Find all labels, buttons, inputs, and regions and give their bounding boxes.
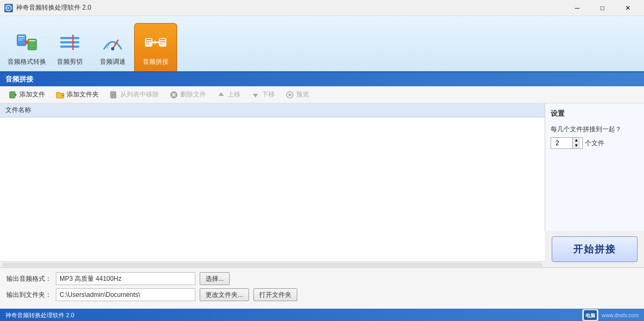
toolbar: 音频格式转换 音频剪切 音频调速 <box>0 16 644 72</box>
svg-text:电脑: 电脑 <box>586 312 595 318</box>
preview-button[interactable]: 预览 <box>281 88 313 101</box>
svg-rect-16 <box>146 39 151 40</box>
right-panel: 设置 每几个文件拼接到一起？ 2 ▲ ▼ 个文件 开始拼接 <box>545 103 644 267</box>
content-wrapper: 文件名称 设置 每几个文件拼接到一起？ 2 ▲ ▼ 个文件 开始拼接 <box>0 103 644 267</box>
spinner-up[interactable]: ▲ <box>573 138 580 143</box>
svg-marker-34 <box>253 94 258 98</box>
files-per-group-value: 2 <box>553 139 572 147</box>
tab-cut[interactable]: 音频剪切 <box>48 23 91 71</box>
status-logo: 电脑 www.dnxtv.com <box>582 309 639 321</box>
preview-label: 预览 <box>296 90 309 99</box>
add-file-icon <box>9 91 17 99</box>
file-list-scrollbar[interactable] <box>0 261 545 267</box>
svg-point-14 <box>111 47 114 50</box>
move-up-label: 上移 <box>228 90 240 99</box>
maximize-button[interactable]: □ <box>590 1 614 14</box>
svg-rect-17 <box>146 41 151 42</box>
add-file-button[interactable]: 添加文件 <box>4 88 49 101</box>
file-list-header: 文件名称 <box>0 103 545 117</box>
file-list-container: 文件名称 <box>0 103 545 267</box>
settings-title: 设置 <box>551 109 639 118</box>
output-format-row: 输出音频格式： 选择... <box>6 272 638 285</box>
output-folder-row: 输出到文件夹： 更改文件夹... 打开文件夹 <box>6 288 638 301</box>
remove-from-list-label: 从列表中移除 <box>120 90 159 99</box>
spinner-buttons: ▲ ▼ <box>572 138 580 148</box>
delete-file-button[interactable]: 删除文件 <box>165 88 210 101</box>
svg-rect-22 <box>160 43 164 44</box>
choose-format-button[interactable]: 选择... <box>200 272 230 285</box>
spinner-down[interactable]: ▼ <box>573 143 580 148</box>
output-format-input[interactable] <box>56 272 195 285</box>
title-controls: ─ □ ✕ <box>565 1 640 14</box>
app-icon <box>4 4 13 12</box>
start-button-area: 开始拼接 <box>545 231 644 267</box>
cut-icon <box>57 29 83 55</box>
app-title: 神奇音频转换处理软件 2.0 <box>16 3 91 12</box>
format-convert-icon <box>14 29 40 55</box>
preview-icon <box>286 91 294 99</box>
add-folder-button[interactable]: 添加文件夹 <box>52 88 103 101</box>
change-folder-button[interactable]: 更改文件夹... <box>200 288 249 301</box>
remove-from-list-button[interactable]: 从列表中移除 <box>105 88 163 101</box>
status-text: 神奇音频转换处理软件 2.0 <box>5 311 74 319</box>
tab-speed[interactable]: 音频调速 <box>91 23 134 71</box>
title-bar-left: 神奇音频转换处理软件 2.0 <box>4 3 91 12</box>
delete-file-label: 删除文件 <box>180 90 206 99</box>
title-bar: 神奇音频转换处理软件 2.0 ─ □ ✕ <box>0 0 644 16</box>
svg-marker-33 <box>218 92 224 96</box>
svg-rect-7 <box>60 37 79 39</box>
settings-unit: 个文件 <box>585 139 604 148</box>
tab-format-label: 音频格式转换 <box>8 57 46 66</box>
output-format-label: 输出音频格式： <box>6 274 52 283</box>
svg-marker-12 <box>72 48 74 50</box>
svg-marker-36 <box>289 93 292 96</box>
add-file-label: 添加文件 <box>19 90 45 99</box>
move-down-button[interactable]: 下移 <box>247 88 279 101</box>
tab-cut-label: 音频剪切 <box>57 57 83 66</box>
settings-panel: 设置 每几个文件拼接到一起？ 2 ▲ ▼ 个文件 <box>545 103 644 231</box>
move-up-icon <box>217 91 225 99</box>
speed-icon <box>100 29 126 55</box>
section-title: 音频拼接 <box>5 75 33 83</box>
add-folder-icon <box>56 91 64 99</box>
svg-rect-20 <box>160 39 165 40</box>
svg-marker-11 <box>72 35 74 37</box>
move-down-label: 下移 <box>262 90 275 99</box>
close-button[interactable]: ✕ <box>616 1 640 14</box>
add-folder-label: 添加文件夹 <box>67 90 99 99</box>
svg-rect-9 <box>60 46 79 48</box>
action-bar: 添加文件 添加文件夹 从列表中移除 删除文件 <box>0 86 644 103</box>
move-down-icon <box>251 91 260 99</box>
file-list-column-name: 文件名称 <box>5 106 31 114</box>
output-folder-input[interactable] <box>56 288 195 301</box>
file-list-body[interactable] <box>0 117 545 261</box>
start-button[interactable]: 开始拼接 <box>552 236 638 262</box>
delete-file-icon <box>170 91 178 99</box>
minimize-button[interactable]: ─ <box>565 1 589 14</box>
files-per-group-input[interactable]: 2 ▲ ▼ <box>551 137 583 149</box>
tab-splice[interactable]: 音频拼接 <box>134 23 177 71</box>
tab-splice-label: 音频拼接 <box>143 57 169 66</box>
svg-rect-21 <box>160 41 165 42</box>
scrollbar-track <box>2 263 543 267</box>
move-up-button[interactable]: 上移 <box>213 88 245 101</box>
svg-rect-8 <box>60 41 79 43</box>
tab-speed-label: 音频调速 <box>100 57 126 66</box>
logo-icon: 电脑 <box>582 309 598 321</box>
svg-rect-3 <box>18 38 25 39</box>
open-folder-button[interactable]: 打开文件夹 <box>253 288 297 301</box>
status-bar: 神奇音频转换处理软件 2.0 电脑 www.dnxtv.com <box>0 309 644 321</box>
website-text: www.dnxtv.com <box>602 312 639 318</box>
svg-rect-6 <box>29 40 35 41</box>
svg-rect-23 <box>10 92 15 98</box>
settings-row: 2 ▲ ▼ 个文件 <box>551 137 639 149</box>
svg-rect-18 <box>146 43 150 44</box>
output-area: 输出音频格式： 选择... 输出到文件夹： 更改文件夹... 打开文件夹 <box>0 267 644 309</box>
svg-rect-4 <box>18 40 23 41</box>
remove-from-list-icon <box>109 91 118 99</box>
splice-icon <box>143 29 169 55</box>
settings-group-label: 每几个文件拼接到一起？ <box>551 125 639 134</box>
tab-format-convert[interactable]: 音频格式转换 <box>5 23 48 71</box>
svg-rect-2 <box>18 36 25 37</box>
section-header: 音频拼接 <box>0 72 644 86</box>
